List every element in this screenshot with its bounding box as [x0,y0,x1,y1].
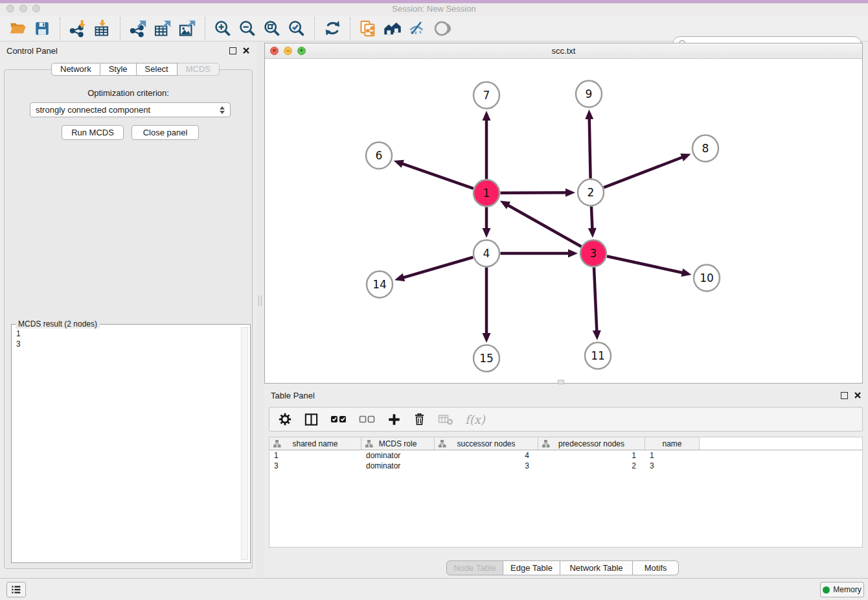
split-panel-icon[interactable] [304,412,319,427]
zoom-in-icon[interactable] [213,19,233,38]
column-header-MCDS-role[interactable]: MCDS role [361,437,435,450]
run-mcds-button[interactable]: Run MCDS [62,125,124,140]
settings-icon[interactable] [278,412,292,426]
table-cell[interactable]: 3 [269,461,361,470]
graph-edge-arrowhead [483,228,491,238]
import-table-icon[interactable] [93,19,112,38]
close-panel-button[interactable]: Close panel [131,125,199,140]
close-panel-icon[interactable] [242,47,250,54]
tab-edge-table[interactable]: Edge Table [503,560,560,575]
export-network-icon[interactable] [128,19,148,38]
column-header-label: successor nodes [457,439,515,448]
toolbar-separator [350,17,350,40]
close-table-panel-icon[interactable] [854,391,862,399]
tab-style[interactable]: Style [100,63,137,76]
table-cell[interactable]: 1 [269,451,361,460]
node-table[interactable]: shared name MCDS role successor nodes pr… [269,437,863,548]
toolbar-separator [314,17,315,40]
table-cell[interactable]: 1 [538,451,645,460]
refresh-view-icon[interactable] [323,19,342,38]
memory-button[interactable]: Memory [820,582,864,597]
result-line: 3 [16,339,21,349]
result-line: 1 [16,329,21,339]
list-icon [10,584,22,595]
table-cell[interactable]: 1 [645,451,700,460]
divider-handle[interactable] [258,295,262,306]
column-header-label: MCDS role [379,439,417,448]
graph-edge-arrowhead [680,154,691,161]
task-history-button[interactable] [6,582,26,597]
delete-row-icon[interactable] [413,412,426,426]
export-table-icon[interactable] [153,19,172,38]
network-maximize-icon[interactable]: + [297,47,306,55]
graph-edge-4-14[interactable] [400,257,474,279]
zoom-selected-icon[interactable] [287,19,306,38]
network-close-icon[interactable]: × [270,47,279,55]
tab-mcds[interactable]: MCDS [177,63,220,76]
tab-motifs[interactable]: Motifs [633,560,679,575]
tab-network[interactable]: Network [51,63,100,76]
zoom-out-icon[interactable] [238,19,257,38]
tab-node-table[interactable]: Node Table [446,560,503,575]
toolbar-separator [205,17,205,40]
network-graph: 1234678910111415 [265,59,862,383]
table-cell[interactable]: 3 [435,461,538,470]
network-minimize-icon[interactable]: – [284,47,292,55]
toolbar-separator [120,17,120,40]
horizontal-divider-handle[interactable] [558,380,564,384]
import-network-icon[interactable] [68,19,87,38]
network-window-titlebar[interactable]: × – + scc.txt [265,43,862,59]
export-image-icon[interactable] [177,19,197,38]
table-cell[interactable]: 2 [538,461,645,470]
graph-edge-3-1[interactable] [505,203,581,247]
table-panel: Table Panel f(x) shared name MCDS role [264,386,868,577]
network-view-window: × – + scc.txt 1234678910111415 [264,43,863,384]
show-all-icon[interactable] [432,19,451,38]
graph-node-label: 15 [479,352,494,365]
result-scrollbar[interactable] [241,327,248,560]
column-header-successor-nodes[interactable]: successor nodes [435,437,538,450]
table-panel-title: Table Panel [271,391,315,400]
graph-edge-3-11[interactable] [594,267,597,335]
graph-node-label: 10 [700,271,714,284]
float-panel-icon[interactable] [229,47,236,54]
column-header-name[interactable]: name [645,437,700,450]
graph-edge-1-2[interactable] [500,192,570,193]
table-row[interactable]: 3dominator323 [269,461,862,471]
column-type-icon [273,440,281,448]
add-row-icon[interactable] [387,413,401,426]
network-canvas[interactable]: 1234678910111415 [265,59,862,383]
column-header-filler [700,437,862,450]
zoom-fit-icon[interactable] [262,19,282,38]
graph-edge-1-6[interactable] [398,163,473,189]
column-header-shared-name[interactable]: shared name [269,437,361,450]
tab-select[interactable]: Select [137,63,177,76]
select-stepper-icon [220,106,225,114]
table-cell[interactable]: 3 [645,461,700,470]
tab-network-table[interactable]: Network Table [560,560,633,575]
graph-edge-arrowhead [394,273,405,281]
criterion-value: strongly connected component [36,105,150,115]
hide-selection-icon[interactable] [407,19,427,38]
select-all-checkboxes-icon[interactable] [330,414,347,424]
table-cell[interactable]: 4 [435,451,538,460]
column-header-predecessor-nodes[interactable]: predecessor nodes [538,437,645,450]
table-body: 1dominator4113dominator323 [269,450,862,471]
deselect-all-checkboxes-icon[interactable] [359,414,376,424]
nested-networks-icon[interactable] [383,19,402,38]
panel-divider[interactable] [257,41,264,577]
criterion-select[interactable]: strongly connected component [30,102,231,117]
save-session-icon[interactable] [32,19,52,38]
graph-edge-3-10[interactable] [607,257,687,274]
table-cell[interactable]: dominator [361,461,435,470]
clone-network-icon[interactable] [358,19,378,38]
mcds-panel: Optimization criterion: strongly connect… [4,69,253,569]
float-table-panel-icon[interactable] [841,392,848,399]
mcds-result-group: MCDS result (2 nodes) 13 [11,324,251,563]
table-cell[interactable]: dominator [361,451,435,460]
open-session-icon[interactable] [8,19,27,38]
main-toolbar [0,16,868,41]
graph-edge-2-9[interactable] [589,115,591,179]
table-row[interactable]: 1dominator411 [269,450,862,461]
graph-edge-2-8[interactable] [604,156,686,187]
